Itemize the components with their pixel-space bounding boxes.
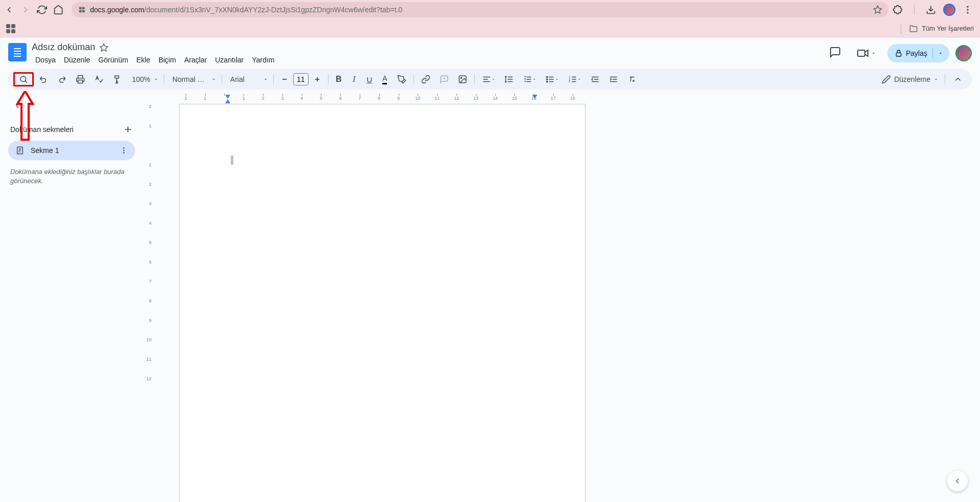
undo-button[interactable] <box>35 72 52 86</box>
menu-file[interactable]: Dosya <box>32 54 59 66</box>
zoom-dropdown[interactable]: 100% <box>127 73 161 85</box>
sidebar-hint: Dokümana eklediğiniz başlıklar burada gö… <box>8 167 135 186</box>
svg-rect-3 <box>82 10 85 12</box>
align-button[interactable] <box>478 72 499 86</box>
left-indent-marker[interactable] <box>225 99 230 103</box>
extensions-icon[interactable] <box>892 5 903 15</box>
svg-point-21 <box>123 147 125 149</box>
right-margin-marker[interactable] <box>532 95 537 99</box>
comments-button[interactable] <box>825 42 845 64</box>
site-info-icon[interactable] <box>78 6 86 14</box>
editing-mode-dropdown[interactable]: Düzenleme <box>877 73 941 86</box>
svg-text:3: 3 <box>569 80 570 83</box>
svg-point-7 <box>967 12 968 13</box>
clear-format-button[interactable] <box>623 72 641 86</box>
text-color-button[interactable]: A <box>378 72 392 86</box>
back-icon[interactable] <box>4 5 14 15</box>
bold-button[interactable]: B <box>332 72 346 86</box>
url-bar[interactable]: docs.google.com/document/d/1Sx3nV_7xXN0k… <box>72 2 888 17</box>
menu-tools[interactable]: Araçlar <box>181 54 210 66</box>
divider <box>914 5 914 15</box>
menu-format[interactable]: Biçim <box>155 54 180 66</box>
bookmarks-bar: Tüm Yer İşaretleri <box>0 19 980 38</box>
svg-point-13 <box>461 77 462 78</box>
italic-button[interactable]: I <box>347 72 361 86</box>
bookmarks-folder[interactable]: Tüm Yer İşaretleri <box>897 24 974 34</box>
reload-icon[interactable] <box>37 5 47 15</box>
increase-indent-button[interactable] <box>605 72 622 86</box>
checklist-button[interactable] <box>519 72 540 86</box>
svg-point-11 <box>20 76 26 82</box>
forward-icon[interactable] <box>20 5 31 15</box>
svg-rect-0 <box>79 7 82 9</box>
dropdown-icon <box>938 51 943 56</box>
document-title[interactable]: Adsız doküman <box>32 42 95 53</box>
menu-icon[interactable] <box>963 5 973 15</box>
menu-bar: Dosya Düzenle Görünüm Ekle Biçim Araçlar… <box>32 54 278 66</box>
profile-avatar[interactable] <box>943 4 955 16</box>
annotation-arrow <box>12 91 38 142</box>
explore-button[interactable] <box>947 471 968 491</box>
font-size-input[interactable] <box>293 73 309 85</box>
styles-dropdown[interactable]: Normal m... <box>167 73 219 85</box>
tab-item-1[interactable]: Sekme 1 <box>8 141 135 160</box>
spellcheck-button[interactable] <box>90 72 107 86</box>
star-icon[interactable] <box>873 5 882 14</box>
decrease-indent-button[interactable] <box>586 72 604 86</box>
svg-rect-10 <box>896 53 901 56</box>
svg-point-23 <box>123 152 125 154</box>
dropdown-icon <box>871 51 876 56</box>
svg-rect-9 <box>858 50 865 56</box>
lock-icon <box>895 49 903 57</box>
home-icon[interactable] <box>53 5 63 15</box>
underline-button[interactable]: U <box>362 72 377 86</box>
toolbar-container: 100% Normal m... Arial B I U A 123 Düzen… <box>0 66 980 94</box>
menu-edit[interactable]: Düzenle <box>60 54 94 66</box>
share-button[interactable]: Paylaş <box>887 44 949 62</box>
link-button[interactable] <box>417 72 434 86</box>
print-button[interactable] <box>72 72 89 86</box>
bullet-list-button[interactable] <box>541 72 563 86</box>
download-icon[interactable] <box>926 5 936 15</box>
text-cursor <box>231 156 233 165</box>
svg-marker-8 <box>100 43 108 51</box>
svg-point-15 <box>547 79 548 80</box>
browser-chrome: docs.google.com/document/d/1Sx3nV_7xXN0k… <box>0 0 980 19</box>
document-tabs-sidebar: Doküman sekmeleri Sekme 1 Dokümana ekled… <box>0 94 143 502</box>
horizontal-ruler[interactable]: 2 1 1 2 3 4 5 6 7 8 9 10 11 12 13 14 15 … <box>143 94 980 104</box>
tab-more-icon[interactable] <box>120 146 128 155</box>
svg-point-14 <box>547 76 548 77</box>
menu-insert[interactable]: Ekle <box>133 54 154 66</box>
star-icon[interactable] <box>99 43 108 52</box>
document-icon <box>15 146 25 155</box>
folder-icon <box>909 25 918 33</box>
tab-label: Sekme 1 <box>31 146 59 155</box>
document-page[interactable] <box>179 104 585 502</box>
left-margin-marker[interactable] <box>225 95 230 99</box>
menu-help[interactable]: Yardım <box>248 54 278 66</box>
svg-marker-4 <box>874 6 882 13</box>
browser-actions <box>892 4 973 16</box>
document-canvas: 2 1 1 2 3 4 5 6 7 8 9 10 11 12 13 14 15 … <box>143 94 980 502</box>
collapse-toolbar-button[interactable] <box>949 72 967 86</box>
menu-view[interactable]: Görünüm <box>95 54 132 66</box>
add-tab-button[interactable] <box>123 124 133 135</box>
redo-button[interactable] <box>53 72 71 86</box>
docs-logo-icon[interactable] <box>8 43 27 61</box>
image-button[interactable] <box>454 72 471 86</box>
paint-format-button[interactable] <box>108 72 126 86</box>
svg-point-22 <box>123 150 125 151</box>
svg-rect-2 <box>79 10 82 12</box>
meet-button[interactable] <box>852 44 881 62</box>
decrease-font-button[interactable] <box>277 72 292 86</box>
highlight-button[interactable] <box>393 72 410 86</box>
menu-extensions[interactable]: Uzantılar <box>211 54 247 66</box>
apps-icon[interactable] <box>6 24 15 33</box>
numbered-list-button[interactable]: 123 <box>564 72 585 86</box>
increase-font-button[interactable] <box>310 72 325 86</box>
comment-button[interactable] <box>435 72 453 86</box>
line-spacing-button[interactable] <box>500 72 518 86</box>
font-dropdown[interactable]: Arial <box>225 73 270 85</box>
account-avatar[interactable] <box>955 45 972 61</box>
search-menus-button[interactable] <box>13 72 34 86</box>
